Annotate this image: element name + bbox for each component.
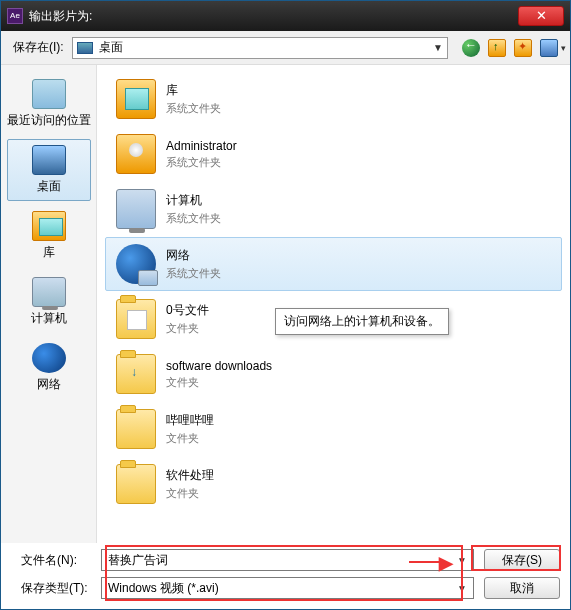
item-subtitle: 系统文件夹	[166, 155, 237, 170]
chevron-down-icon: ▼	[457, 555, 467, 566]
list-item[interactable]: 网络系统文件夹	[105, 237, 562, 291]
comp-icon	[116, 189, 156, 229]
network-icon	[32, 343, 66, 373]
dialog-title: 输出影片为:	[29, 8, 92, 25]
list-item[interactable]: Administrator系统文件夹	[105, 127, 562, 181]
item-subtitle: 文件夹	[166, 321, 209, 336]
item-subtitle: 系统文件夹	[166, 266, 221, 281]
toolbar: 保存在(I): 桌面 ▼	[1, 31, 570, 65]
filename-input[interactable]: 替换广告词 ▼	[101, 549, 474, 571]
cancel-button[interactable]: 取消	[484, 577, 560, 599]
places-item-label: 最近访问的位置	[7, 112, 91, 129]
filetype-label: 保存类型(T):	[11, 580, 101, 597]
folder-icon	[116, 354, 156, 394]
list-item[interactable]: software downloads文件夹	[105, 347, 562, 401]
list-item[interactable]: 哔哩哔哩文件夹	[105, 402, 562, 456]
list-item[interactable]: 计算机系统文件夹	[105, 182, 562, 236]
list-item[interactable]: 软件处理文件夹	[105, 457, 562, 511]
desktop-icon	[32, 145, 66, 175]
new-folder-button[interactable]	[514, 39, 532, 57]
location-combo[interactable]: 桌面 ▼	[72, 37, 448, 59]
places-item-computer[interactable]: 计算机	[7, 271, 91, 333]
chevron-down-icon: ▼	[457, 583, 467, 594]
item-title: 计算机	[166, 192, 221, 209]
places-item-library[interactable]: 库	[7, 205, 91, 267]
library-icon	[32, 211, 66, 241]
list-item[interactable]: 库系统文件夹	[105, 72, 562, 126]
item-subtitle: 系统文件夹	[166, 101, 221, 116]
lib-icon	[116, 79, 156, 119]
item-subtitle: 文件夹	[166, 486, 214, 501]
net-icon	[116, 244, 156, 284]
filetype-combo[interactable]: Windows 视频 (*.avi) ▼	[101, 577, 474, 599]
location-value: 桌面	[99, 39, 123, 56]
app-icon: Ae	[7, 8, 23, 24]
chevron-down-icon: ▼	[433, 42, 443, 53]
filename-value: 替换广告词	[108, 552, 168, 569]
item-title: 哔哩哔哩	[166, 412, 214, 429]
places-item-recent[interactable]: 最近访问的位置	[7, 73, 91, 135]
desktop-icon	[77, 42, 93, 54]
view-menu-button[interactable]	[540, 39, 558, 57]
titlebar: Ae 输出影片为: ✕	[1, 1, 570, 31]
annotation-arrow-icon: ▶	[439, 552, 453, 574]
item-subtitle: 系统文件夹	[166, 211, 221, 226]
tooltip: 访问网络上的计算机和设备。	[275, 308, 449, 335]
back-button[interactable]	[462, 39, 480, 57]
computer-icon	[32, 277, 66, 307]
folder-icon	[116, 464, 156, 504]
item-title: software downloads	[166, 359, 272, 373]
filename-label: 文件名(N):	[11, 552, 101, 569]
places-item-label: 桌面	[37, 178, 61, 195]
places-item-label: 库	[43, 244, 55, 261]
item-title: 软件处理	[166, 467, 214, 484]
up-one-level-button[interactable]	[488, 39, 506, 57]
item-title: Administrator	[166, 139, 237, 153]
user-icon	[116, 134, 156, 174]
places-bar: 最近访问的位置桌面库计算机网络	[1, 65, 97, 543]
recent-icon	[32, 79, 66, 109]
close-button[interactable]: ✕	[518, 6, 564, 26]
folder-icon	[116, 299, 156, 339]
savein-label: 保存在(I):	[13, 39, 64, 56]
folder-icon	[116, 409, 156, 449]
places-item-label: 计算机	[31, 310, 67, 327]
footer: ▶ 文件名(N): 替换广告词 ▼ 保存(S) 保存类型(T): Windows…	[1, 543, 570, 609]
save-button[interactable]: 保存(S)	[484, 549, 560, 571]
item-subtitle: 文件夹	[166, 431, 214, 446]
file-listing[interactable]: 库系统文件夹Administrator系统文件夹计算机系统文件夹网络系统文件夹访…	[97, 65, 570, 543]
filetype-value: Windows 视频 (*.avi)	[108, 580, 219, 597]
item-subtitle: 文件夹	[166, 375, 272, 390]
save-dialog: Ae 输出影片为: ✕ 保存在(I): 桌面 ▼ 最近访问的位置桌面库计算机网络…	[0, 0, 571, 610]
places-item-label: 网络	[37, 376, 61, 393]
places-item-desktop[interactable]: 桌面	[7, 139, 91, 201]
item-title: 0号文件	[166, 302, 209, 319]
places-item-network[interactable]: 网络	[7, 337, 91, 399]
item-title: 库	[166, 82, 221, 99]
item-title: 网络	[166, 247, 221, 264]
